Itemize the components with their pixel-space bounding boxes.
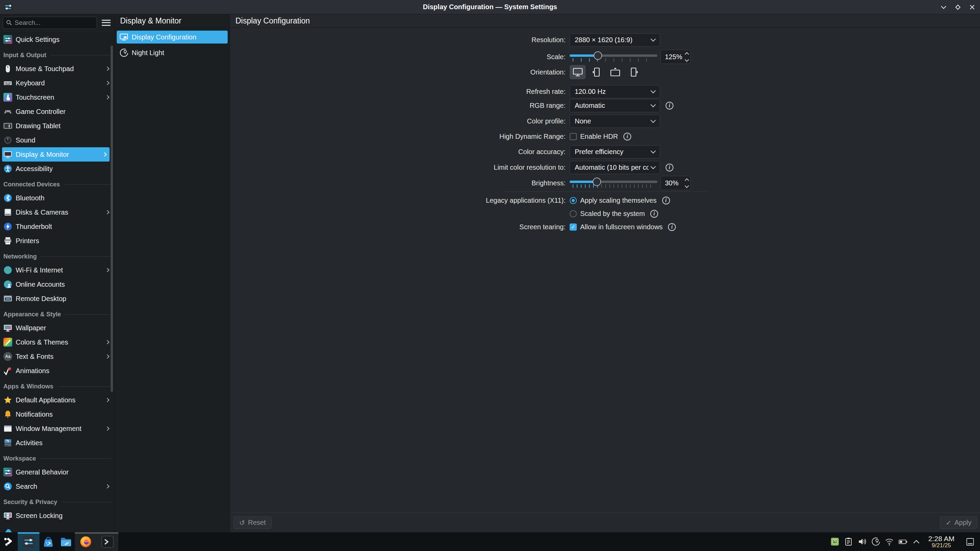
sidebar-item-thunderbolt[interactable]: Thunderbolt: [0, 219, 115, 233]
sidebar-item-screen-locking[interactable]: Screen Locking: [0, 508, 115, 523]
sidebar-item-default-applications[interactable]: Default Applications: [0, 393, 115, 407]
sidebar-item-general-behavior[interactable]: General Behavior: [0, 465, 115, 479]
maximize-button[interactable]: [953, 2, 963, 12]
app-launcher-button[interactable]: [0, 532, 18, 551]
sidebar-item-text-fonts[interactable]: Text & Fonts: [0, 349, 115, 364]
sidebar-item-wifi-internet[interactable]: Wi-Fi & Internet: [0, 263, 115, 277]
sidebar-item-display-monitor[interactable]: Display & Monitor: [2, 147, 110, 162]
color-accuracy-dropdown[interactable]: Prefer efficiency: [570, 145, 660, 159]
sidebar-item-animations[interactable]: Animations: [0, 364, 115, 378]
limit-color-row: Limit color resolution to: Automatic (10…: [230, 160, 673, 175]
info-icon[interactable]: [624, 133, 631, 140]
info-icon[interactable]: [666, 164, 673, 171]
sidebar-item-disks-cameras[interactable]: Disks & Cameras: [0, 205, 115, 219]
minimize-button[interactable]: [939, 2, 949, 12]
close-button[interactable]: [967, 2, 977, 12]
taskbar-discover[interactable]: [40, 532, 57, 551]
slider-handle[interactable]: [593, 51, 602, 60]
battery-tray-icon[interactable]: [898, 537, 907, 546]
sidebar-item-notifications[interactable]: Notifications: [0, 407, 115, 421]
slider-handle[interactable]: [592, 178, 601, 186]
sidebar-item-drawing-tablet[interactable]: Drawing Tablet: [0, 119, 115, 133]
star-icon: [3, 395, 12, 404]
orientation-landscape-button[interactable]: [570, 65, 585, 79]
rgb-range-label: RGB range:: [230, 102, 570, 110]
hardware-monitor-tray-icon[interactable]: [830, 537, 840, 546]
tray-expand-icon[interactable]: [912, 537, 921, 546]
sidebar-item-mouse-touchpad[interactable]: Mouse & Touchpad: [0, 62, 115, 76]
color-accuracy-label: Color accuracy:: [230, 148, 570, 156]
rgb-range-row: RGB range: Automatic: [230, 98, 673, 113]
brightness-row: Brightness: 30%: [230, 176, 691, 190]
scale-slider[interactable]: [570, 50, 657, 64]
apply-scaling-themselves-radio[interactable]: [570, 197, 577, 204]
info-icon[interactable]: [666, 102, 673, 110]
subpanel-item-night-light[interactable]: Night Light: [117, 46, 228, 59]
info-icon[interactable]: [650, 210, 658, 218]
apply-button[interactable]: Apply: [940, 516, 977, 529]
resolution-dropdown[interactable]: 2880 × 1620 (16:9): [570, 33, 660, 47]
wifi-tray-icon[interactable]: [885, 537, 894, 546]
orientation-row: Orientation:: [230, 65, 644, 79]
spin-arrows-icon[interactable]: [685, 53, 688, 61]
taskbar-dolphin[interactable]: [57, 532, 75, 551]
limit-color-label: Limit color resolution to:: [230, 164, 570, 171]
slider-ticks: [573, 184, 654, 188]
sidebar-item-online-accounts[interactable]: Online Accounts: [0, 277, 115, 292]
sidebar-item-sound[interactable]: Sound: [0, 133, 115, 147]
reset-button[interactable]: Reset: [234, 516, 272, 529]
clipboard-tray-icon[interactable]: [844, 537, 853, 546]
orientation-portrait-button[interactable]: [588, 65, 605, 79]
taskbar-firefox[interactable]: [75, 532, 97, 551]
text-fonts-icon: [3, 352, 12, 361]
scale-spinbox[interactable]: 125%: [660, 50, 691, 64]
rgb-range-dropdown[interactable]: Automatic: [570, 99, 660, 112]
titlebar[interactable]: Display Configuration — System Settings: [0, 0, 980, 14]
menu-icon[interactable]: [102, 20, 111, 26]
orientation-landscape-flipped-button[interactable]: [607, 65, 623, 79]
clock-date: 9/21/25: [932, 543, 951, 549]
brightness-spinbox[interactable]: 30%: [660, 176, 691, 190]
subpanel-item-display-configuration[interactable]: Display Configuration: [117, 30, 228, 43]
sidebar-item-accessibility[interactable]: Accessibility: [0, 162, 115, 176]
color-profile-dropdown[interactable]: None: [570, 114, 660, 128]
sidebar-item-keyboard[interactable]: Keyboard: [0, 76, 115, 90]
sidebar-item-touchscreen[interactable]: Touchscreen: [0, 90, 115, 105]
main-panel: Display Configuration Resolution: 2880 ×…: [230, 14, 980, 532]
sidebar-item-wallpaper[interactable]: Wallpaper: [0, 321, 115, 335]
allow-fullscreen-tearing-checkbox[interactable]: [570, 224, 577, 230]
sidebar-item-printers[interactable]: Printers: [0, 233, 115, 248]
refresh-rate-dropdown[interactable]: 120.00 Hz: [570, 85, 660, 98]
enable-hdr-checkbox[interactable]: [570, 133, 577, 140]
search-input[interactable]: Search...: [3, 17, 97, 29]
sound-knob-icon: [3, 136, 12, 144]
allow-fullscreen-tearing-text: Allow in fullscreen windows: [580, 223, 662, 231]
sidebar-item-bluetooth[interactable]: Bluetooth: [0, 191, 115, 205]
orientation-portrait-flipped-button[interactable]: [626, 65, 642, 79]
taskbar-system-settings[interactable]: [18, 532, 40, 551]
taskbar-konsole[interactable]: [97, 532, 118, 551]
chevron-right-icon: [107, 353, 110, 360]
sidebar-item-colors-themes[interactable]: Colors & Themes: [0, 335, 115, 349]
clock[interactable]: 2:28 AM 9/21/25: [928, 535, 955, 549]
sidebar-item-activities[interactable]: Activities: [0, 436, 115, 450]
sidebar-item-quick-settings[interactable]: Quick Settings: [0, 32, 115, 47]
info-icon[interactable]: [662, 197, 670, 205]
limit-color-dropdown[interactable]: Automatic (10 bits per color): [570, 161, 660, 174]
sidebar-scrollbar[interactable]: [111, 46, 113, 392]
sidebar-item-remote-desktop[interactable]: Remote Desktop: [0, 292, 115, 306]
volume-tray-icon[interactable]: [858, 537, 867, 546]
sidebar-item-window-management[interactable]: Window Management: [0, 421, 115, 436]
show-desktop-button[interactable]: [966, 537, 975, 546]
remote-desktop-icon: [3, 294, 12, 303]
spin-arrows-icon[interactable]: [685, 179, 688, 187]
sidebar-item-game-controller[interactable]: Game Controller: [0, 105, 115, 119]
chevron-down-icon: [651, 164, 656, 169]
sidebar-item-search[interactable]: Search: [0, 479, 115, 494]
night-light-tray-icon[interactable]: [871, 537, 880, 546]
apply-scaling-themselves-text: Apply scaling themselves: [580, 197, 657, 205]
taskbar: 2:28 AM 9/21/25: [0, 532, 980, 551]
info-icon[interactable]: [668, 223, 676, 231]
brightness-slider[interactable]: [570, 176, 657, 190]
scaled-by-system-radio[interactable]: [570, 210, 577, 218]
